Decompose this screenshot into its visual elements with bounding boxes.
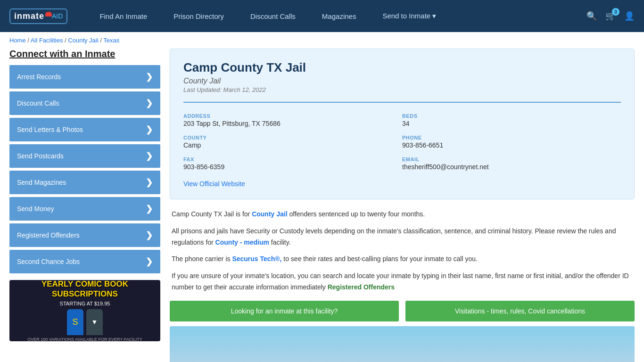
description-para2: All prisons and jails have Security or C… (172, 226, 633, 248)
sidebar-discount-calls[interactable]: Discount Calls ❯ (9, 91, 160, 115)
sidebar-second-chance-jobs[interactable]: Second Chance Jobs ❯ (9, 250, 160, 273)
address-item: ADDRESS 203 Tapp St, Pittsburg, TX 75686 (183, 109, 402, 131)
breadcrumb-state[interactable]: Texas (103, 37, 119, 44)
sidebar-send-money-label: Send Money (17, 205, 54, 213)
county-jail-link[interactable]: County Jail (252, 210, 287, 218)
nav-send-to-inmate[interactable]: Send to Inmate ▾ (369, 0, 449, 32)
sidebar-send-money[interactable]: Send Money ❯ (9, 197, 160, 221)
email-label: EMAIL (402, 156, 621, 162)
sidebar-ad[interactable]: YEARLY COMIC BOOKSUBSCRIPTIONS STARTING … (9, 280, 160, 341)
breadcrumb: Home / All Facilities / County Jail / Te… (0, 32, 644, 49)
ad-content: YEARLY COMIC BOOKSUBSCRIPTIONS STARTING … (23, 280, 147, 341)
address-value: 203 Tapp St, Pittsburg, TX 75686 (183, 120, 402, 127)
navigation: inmate AID Find An Inmate Prison Directo… (0, 0, 644, 32)
county-item: COUNTY Camp (183, 131, 402, 153)
description: Camp County TX Jail is for County Jail o… (170, 209, 635, 293)
facility-card: Camp County TX Jail County Jail Last Upd… (170, 49, 635, 199)
beds-label: BEDS (402, 113, 621, 119)
email-value: thesheriff500@countrynet.net (402, 163, 621, 171)
fax-item: FAX 903-856-6359 (183, 153, 402, 174)
cart-badge: 0 (612, 8, 619, 16)
sidebar-send-postcards-label: Send Postcards (17, 152, 64, 160)
ad-tagline: OVER 100 VARIATIONS AVAILABLE FOR EVERY … (27, 337, 142, 341)
county-medium-link[interactable]: County - medium (215, 239, 269, 246)
search-icon[interactable]: 🔍 (586, 11, 597, 21)
sidebar-registered-offenders[interactable]: Registered Offenders ❯ (9, 223, 160, 247)
fax-label: FAX (183, 156, 402, 162)
sidebar-send-magazines-label: Send Magazines (17, 179, 66, 186)
breadcrumb-home[interactable]: Home (9, 37, 26, 44)
fax-value: 903-856-6359 (183, 163, 402, 171)
visitations-button[interactable]: Visitations - times, rules, Covid cancel… (405, 301, 635, 321)
breadcrumb-county-jail[interactable]: County Jail (68, 37, 98, 44)
sidebar-second-chance-jobs-label: Second Chance Jobs (17, 258, 80, 265)
phone-label: PHONE (402, 135, 621, 140)
arrow-icon: ❯ (146, 151, 153, 161)
nav-discount-calls[interactable]: Discount Calls (237, 0, 309, 32)
email-item: EMAIL thesheriff500@countrynet.net (402, 153, 621, 174)
facility-photo (170, 326, 635, 362)
sidebar-discount-calls-label: Discount Calls (17, 99, 59, 107)
sidebar-send-magazines[interactable]: Send Magazines ❯ (9, 171, 160, 194)
sidebar-send-postcards[interactable]: Send Postcards ❯ (9, 144, 160, 168)
action-buttons: Looking for an inmate at this facility? … (170, 301, 635, 321)
sidebar: Connect with an Inmate Arrest Records ❯ … (9, 49, 160, 362)
nav-find-inmate[interactable]: Find An Inmate (86, 0, 160, 32)
photo-sky (170, 326, 635, 362)
address-label: ADDRESS (183, 113, 402, 119)
description-para1: Camp County TX Jail is for County Jail o… (172, 209, 633, 220)
logo[interactable]: inmate AID (9, 8, 67, 24)
county-label: COUNTY (183, 135, 402, 140)
page-layout: Connect with an Inmate Arrest Records ❯ … (0, 49, 644, 362)
arrow-icon: ❯ (146, 230, 153, 240)
cart-button[interactable]: 🛒 0 (605, 11, 616, 21)
sidebar-arrest-records-label: Arrest Records (17, 73, 61, 81)
securus-tech-link[interactable]: Securus Tech®, (232, 255, 281, 263)
sidebar-send-letters[interactable]: Send Letters & Photos ❯ (9, 118, 160, 141)
nav-links: Find An Inmate Prison Directory Discount… (86, 0, 586, 32)
sidebar-send-letters-label: Send Letters & Photos (17, 126, 83, 133)
nav-prison-directory[interactable]: Prison Directory (160, 0, 237, 32)
sidebar-arrest-records[interactable]: Arrest Records ❯ (9, 65, 160, 89)
arrow-icon: ❯ (146, 204, 153, 214)
find-inmate-button[interactable]: Looking for an inmate at this facility? (170, 301, 399, 321)
sidebar-registered-offenders-label: Registered Offenders (17, 231, 80, 239)
arrow-icon: ❯ (146, 72, 153, 82)
beds-item: BEDS 34 (402, 109, 621, 131)
facility-details: ADDRESS 203 Tapp St, Pittsburg, TX 75686… (183, 102, 621, 174)
breadcrumb-all-facilities[interactable]: All Facilities (31, 37, 63, 44)
registered-offenders-link[interactable]: Registered Offenders (328, 283, 395, 291)
official-website-link[interactable]: View Official Website (183, 180, 245, 188)
logo-text: inmate (14, 11, 44, 21)
arrow-icon: ❯ (146, 256, 153, 267)
county-value: Camp (183, 141, 402, 149)
nav-magazines[interactable]: Magazines (309, 0, 370, 32)
facility-type: County Jail (183, 77, 621, 85)
sidebar-title: Connect with an Inmate (9, 49, 160, 59)
main-content: Camp County TX Jail County Jail Last Upd… (170, 49, 635, 362)
description-para3: The phone carrier is Securus Tech®, to s… (172, 254, 633, 265)
user-icon[interactable]: 👤 (624, 11, 635, 21)
beds-value: 34 (402, 120, 621, 127)
ad-title: YEARLY COMIC BOOKSUBSCRIPTIONS (27, 280, 142, 299)
phone-value: 903-856-6651 (402, 141, 621, 149)
ad-subtitle: STARTING AT $19.95 (27, 301, 142, 306)
arrow-icon: ❯ (146, 124, 153, 135)
ad-figures: S ▼ (27, 309, 142, 335)
logo-hat-icon (45, 12, 52, 16)
facility-name: Camp County TX Jail (183, 60, 621, 75)
nav-actions: 🔍 🛒 0 👤 (586, 11, 635, 21)
arrow-icon: ❯ (146, 177, 153, 188)
arrow-icon: ❯ (146, 98, 153, 108)
facility-updated: Last Updated: March 12, 2022 (183, 86, 621, 93)
logo-aid-text: AID (52, 12, 63, 20)
phone-item: PHONE 903-856-6651 (402, 131, 621, 153)
description-para4: If you are unsure of your inmate's locat… (172, 271, 633, 293)
